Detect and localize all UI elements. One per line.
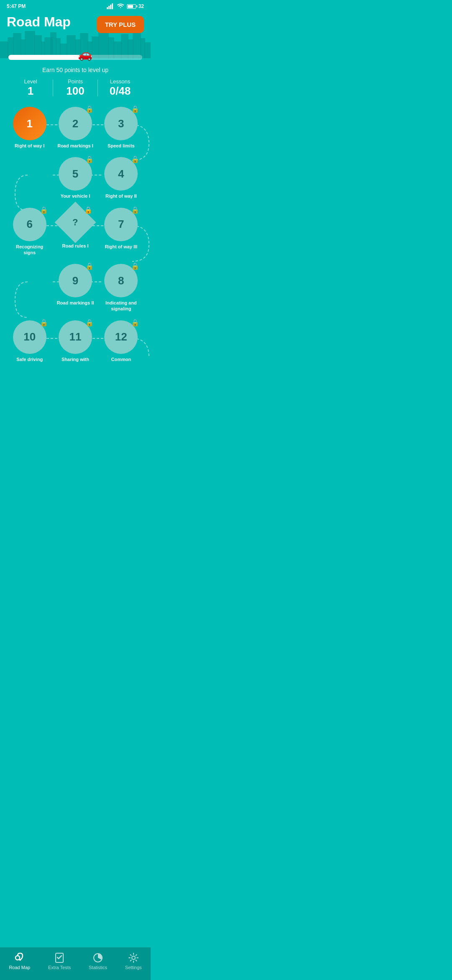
lesson-node-3[interactable]: 3 🔒 Speed limits (102, 107, 140, 149)
lock-icon-4: 🔒 (131, 155, 139, 163)
node-label-2: Road markings I (57, 143, 93, 149)
node-circle-1[interactable]: 1 (13, 107, 46, 140)
node-label-6: Recognizing signs (11, 244, 49, 256)
lock-icon-7: 🔒 (131, 206, 139, 214)
progress-fill (8, 55, 82, 60)
header: Road Map TRY PLUS (0, 11, 151, 33)
node-label-5: Your vehicle I (61, 193, 90, 199)
lock-icon-9: 🔒 (85, 262, 94, 270)
svg-rect-12 (50, 32, 56, 58)
level-value: 1 (8, 85, 53, 98)
lesson-node-11[interactable]: 11 🔒 Sharing with (56, 320, 94, 362)
lock-icon-6: 🔒 (40, 206, 48, 214)
lock-icon-11: 🔒 (85, 319, 94, 327)
lessons-map: 1 Right of way I 2 🔒 Road markings I 3 🔒… (0, 103, 151, 408)
lesson-row-5: 10 🔒 Safe driving 11 🔒 Sharing with 12 🔒 (7, 320, 144, 362)
node-number-2: 2 (72, 117, 78, 130)
status-icons: 32 (107, 3, 144, 9)
page-title: Road Map (7, 14, 71, 30)
lock-icon-3: 🔒 (131, 105, 139, 113)
lesson-node-6[interactable]: 6 🔒 Recognizing signs (11, 208, 49, 256)
lock-icon-2: 🔒 (85, 105, 94, 113)
node-circle-6[interactable]: 6 🔒 (13, 208, 46, 241)
lesson-node-9[interactable]: 9 🔒 Road markings II (56, 264, 94, 306)
battery-text: 32 (139, 3, 144, 9)
lesson-node-10[interactable]: 10 🔒 Safe driving (11, 320, 49, 362)
node-circle-10[interactable]: 10 🔒 (13, 320, 46, 354)
svg-rect-2 (110, 5, 111, 9)
node-circle-12[interactable]: 12 🔒 (104, 320, 138, 354)
lesson-node-4[interactable]: 4 🔒 Right of way II (102, 157, 140, 199)
wifi-icon (117, 3, 124, 9)
svg-rect-0 (107, 7, 108, 9)
cityscape (0, 29, 151, 58)
node-circle-8[interactable]: 8 🔒 (104, 264, 138, 297)
node-label-10: Safe driving (16, 356, 43, 362)
level-stat: Level 1 (8, 78, 53, 98)
lesson-node-5[interactable]: 5 🔒 Your vehicle I (56, 157, 94, 199)
earn-text: Earn 50 points to level up (0, 67, 151, 73)
nodes-row5: 10 🔒 Safe driving 11 🔒 Sharing with 12 🔒 (7, 320, 144, 362)
level-label: Level (8, 78, 53, 85)
node-number-6: 6 (26, 218, 32, 231)
battery-icon (127, 4, 136, 9)
node-number-11: 11 (69, 330, 82, 343)
node-circle-11[interactable]: 11 🔒 (59, 320, 92, 354)
diamond-label: ? (72, 217, 78, 228)
svg-rect-1 (108, 6, 110, 9)
node-number-9: 9 (72, 274, 78, 287)
node-number-3: 3 (118, 117, 124, 130)
node-circle-2[interactable]: 2 🔒 (59, 107, 92, 140)
node-circle-5[interactable]: 5 🔒 (59, 157, 92, 191)
node-label-11: Sharing with (62, 356, 89, 362)
points-label: Points (53, 78, 98, 85)
node-number-12: 12 (115, 330, 127, 343)
lessons-label: Lessons (98, 78, 142, 85)
node-label-3: Speed limits (108, 143, 135, 149)
lesson-row-1: 1 Right of way I 2 🔒 Road markings I 3 🔒… (7, 107, 144, 149)
node-label-12: Common (111, 356, 131, 362)
node-label-diamond: Road rules I (62, 243, 89, 249)
status-bar: 5:47 PM 32 (0, 0, 151, 11)
lesson-node-2[interactable]: 2 🔒 Road markings I (56, 107, 94, 149)
node-circle-7[interactable]: 7 🔒 (104, 208, 138, 241)
svg-rect-25 (133, 32, 141, 58)
node-circle-3[interactable]: 3 🔒 (104, 107, 138, 140)
lock-icon-diamond: 🔒 (84, 206, 92, 214)
svg-rect-20 (98, 31, 109, 58)
nodes-row1: 1 Right of way I 2 🔒 Road markings I 3 🔒… (7, 107, 144, 149)
status-time: 5:47 PM (7, 3, 26, 9)
lesson-node-7[interactable]: 7 🔒 Right of way III (102, 208, 140, 250)
lesson-node-1[interactable]: 1 Right of way I (11, 107, 49, 149)
node-label-7: Right of way III (105, 244, 138, 250)
progress-section: 🚗 (0, 55, 151, 60)
node-label-9: Road markings II (57, 300, 94, 306)
try-plus-button[interactable]: TRY PLUS (97, 16, 144, 33)
svg-rect-8 (25, 31, 35, 58)
node-label-8: Indicating and signaling (102, 300, 140, 312)
lesson-node-12[interactable]: 12 🔒 Common (102, 320, 140, 362)
svg-rect-27 (144, 42, 151, 58)
node-number-8: 8 (118, 274, 124, 287)
nodes-row4: 9 🔒 Road markings II 8 🔒 Indicating and … (7, 264, 144, 312)
svg-rect-3 (112, 3, 113, 9)
points-stat: Points 100 (53, 78, 98, 98)
points-value: 100 (53, 85, 98, 98)
lock-icon-12: 🔒 (131, 319, 139, 327)
node-circle-4[interactable]: 4 🔒 (104, 157, 138, 191)
lessons-stat: Lessons 0/48 (98, 78, 142, 98)
node-circle-9[interactable]: 9 🔒 (59, 264, 92, 297)
progress-bar: 🚗 (8, 55, 142, 60)
lesson-row-4: 9 🔒 Road markings II 8 🔒 Indicating and … (7, 264, 144, 312)
lessons-value: 0/48 (98, 85, 142, 98)
lesson-node-8[interactable]: 8 🔒 Indicating and signaling (102, 264, 140, 312)
car-icon: 🚗 (78, 47, 92, 61)
node-label-1: Right of way I (15, 143, 45, 149)
svg-rect-6 (13, 33, 21, 58)
lock-icon-8: 🔒 (131, 262, 139, 270)
lock-icon-10: 🔒 (40, 319, 48, 327)
lesson-node-diamond[interactable]: 🔒 ? Road rules I (56, 208, 94, 249)
node-number-7: 7 (118, 218, 124, 231)
lesson-row-3: 6 🔒 Recognizing signs 🔒 ? Road rules I 7… (7, 208, 144, 256)
node-number-4: 4 (118, 168, 124, 181)
